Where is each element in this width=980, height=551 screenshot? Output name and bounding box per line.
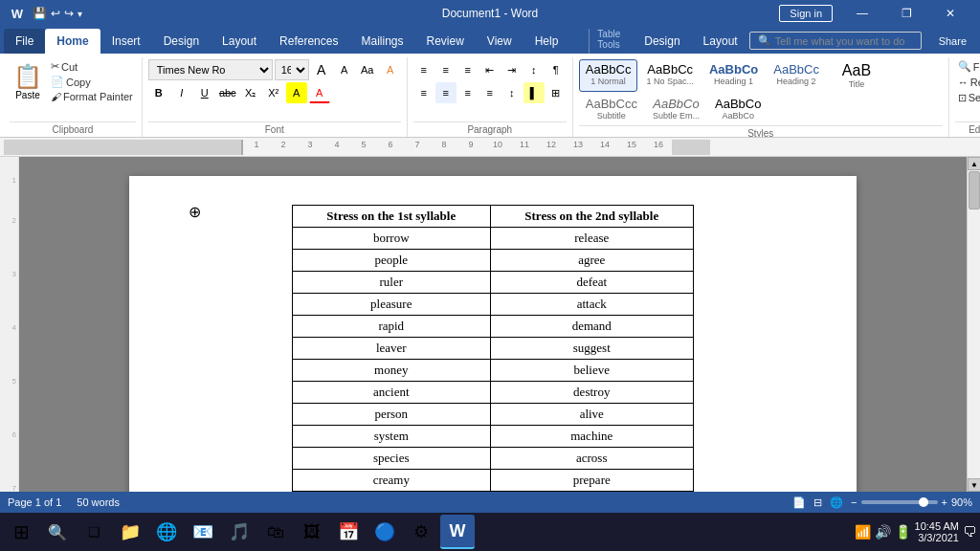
read-mode-icon[interactable]: 📄: [792, 496, 806, 509]
vertical-scrollbar[interactable]: ▲ ▼: [967, 157, 980, 492]
volume-icon[interactable]: 🔊: [875, 524, 891, 540]
strikethrough-button[interactable]: abc: [217, 82, 238, 103]
tab-review[interactable]: Review: [414, 29, 475, 54]
file-explorer-icon[interactable]: 📁: [113, 515, 147, 549]
show-formatting-button[interactable]: ¶: [546, 59, 567, 80]
task-view-button[interactable]: ❑: [77, 515, 111, 549]
multilevel-button[interactable]: ≡: [457, 59, 479, 80]
bullets-button[interactable]: ≡: [413, 59, 434, 80]
replace-button[interactable]: ↔ Replace: [955, 76, 980, 89]
text-effects-button[interactable]: A: [380, 59, 401, 80]
search-button[interactable]: 🔍: [40, 515, 75, 549]
tab-references[interactable]: References: [268, 29, 349, 54]
line-spacing-button[interactable]: ↕: [501, 82, 523, 103]
zoom-control[interactable]: − + 90%: [851, 496, 972, 508]
photos-icon[interactable]: 🖼: [295, 515, 329, 549]
style-normal[interactable]: AaBbCc 1 Normal: [579, 59, 638, 92]
zoom-slider[interactable]: [861, 500, 938, 504]
style-no-spacing[interactable]: AaBbCc 1 No Spac...: [639, 59, 701, 92]
document-area[interactable]: ⊕ Stress on the 1st syllable Stress on t…: [19, 157, 967, 492]
undo-icon[interactable]: ↩: [51, 7, 60, 20]
subscript-button[interactable]: X₂: [240, 82, 261, 103]
minimize-button[interactable]: —: [840, 0, 884, 27]
superscript-button[interactable]: X²: [263, 82, 284, 103]
style-no-spacing-preview: AaBbCc: [647, 62, 693, 77]
font-name-select[interactable]: Times New Ro: [148, 59, 273, 80]
numbering-button[interactable]: ≡: [435, 59, 457, 80]
start-button[interactable]: ⊞: [4, 515, 38, 549]
tab-mailings[interactable]: Mailings: [349, 29, 414, 54]
scroll-thumb[interactable]: [969, 171, 980, 209]
align-left-button[interactable]: ≡: [413, 82, 434, 103]
print-layout-icon[interactable]: ⊟: [813, 496, 822, 509]
shading-button[interactable]: ▌: [523, 82, 545, 103]
align-center-button[interactable]: ≡: [435, 82, 457, 103]
store-icon[interactable]: 🛍: [258, 515, 293, 549]
grow-font-button[interactable]: A: [311, 59, 332, 80]
justify-button[interactable]: ≡: [479, 82, 501, 103]
find-button[interactable]: 🔍 Find ▾: [955, 59, 980, 74]
tab-layout[interactable]: Layout: [211, 29, 268, 54]
calendar-icon[interactable]: 📅: [331, 515, 366, 549]
font-color-button[interactable]: A: [309, 82, 330, 103]
borders-button[interactable]: ⊞: [546, 82, 567, 103]
network-icon[interactable]: 📶: [855, 524, 871, 540]
redo-icon[interactable]: ↪: [64, 7, 74, 20]
mail-icon[interactable]: 📧: [186, 515, 220, 549]
align-right-button[interactable]: ≡: [457, 82, 479, 103]
scroll-up-button[interactable]: ▲: [968, 157, 980, 170]
tab-design[interactable]: Design: [152, 29, 211, 54]
style-title-preview: AaB: [842, 62, 871, 79]
notification-icon[interactable]: 🗨: [963, 524, 976, 540]
tab-table-design[interactable]: Design: [633, 29, 691, 54]
zoom-out-icon[interactable]: −: [851, 496, 857, 508]
sort-button[interactable]: ↕: [523, 59, 545, 80]
change-case-button[interactable]: Aa: [357, 59, 378, 80]
scroll-down-button[interactable]: ▼: [968, 478, 980, 492]
highlight-button[interactable]: A: [286, 82, 307, 103]
format-painter-button[interactable]: 🖌 Format Painter: [48, 90, 136, 103]
save-icon[interactable]: 💾: [33, 7, 47, 20]
style-subtle-emphasis[interactable]: AaBbCo Subtle Em...: [646, 94, 706, 123]
style-heading2[interactable]: AaBbCc Heading 2: [767, 59, 826, 92]
battery-icon[interactable]: 🔋: [895, 524, 911, 540]
zoom-thumb[interactable]: [919, 497, 928, 507]
tab-file[interactable]: File: [4, 29, 45, 54]
word-taskbar-icon[interactable]: W: [440, 515, 475, 549]
media-icon[interactable]: 🎵: [222, 515, 256, 549]
web-layout-icon[interactable]: 🌐: [830, 496, 843, 509]
tell-me-box[interactable]: 🔍 Tell me what you want to do: [749, 32, 922, 50]
tab-table-layout[interactable]: Layout: [692, 29, 749, 54]
tab-home[interactable]: Home: [45, 29, 100, 54]
underline-button[interactable]: U: [194, 82, 215, 103]
cut-button[interactable]: ✂ Cut: [48, 59, 136, 74]
clock[interactable]: 10:45 AM 3/3/2021: [915, 520, 959, 543]
style-title[interactable]: AaB Title: [828, 59, 885, 92]
font-size-select[interactable]: 16: [275, 59, 309, 80]
close-button[interactable]: ✕: [928, 0, 972, 27]
copy-button[interactable]: 📄 Copy: [48, 75, 136, 89]
chrome-icon[interactable]: 🔵: [368, 515, 402, 549]
customize-icon[interactable]: ▾: [78, 9, 82, 19]
scroll-track[interactable]: [968, 170, 980, 478]
settings-icon[interactable]: ⚙: [404, 515, 438, 549]
tab-insert[interactable]: Insert: [100, 29, 152, 54]
style-subtitle[interactable]: AaBbCcc Subtitle: [579, 94, 644, 123]
italic-button[interactable]: I: [171, 82, 192, 103]
paste-button[interactable]: 📋 Paste: [10, 59, 46, 104]
style-extra[interactable]: AaBbCo AaBbCo: [708, 94, 768, 123]
table-move-handle[interactable]: ⊕: [189, 203, 201, 221]
tab-view[interactable]: View: [476, 29, 523, 54]
edge-icon[interactable]: 🌐: [149, 515, 184, 549]
style-heading1[interactable]: AaBbCo Heading 1: [702, 59, 765, 92]
sign-in-button[interactable]: Sign in: [779, 5, 833, 22]
decrease-indent-button[interactable]: ⇤: [479, 59, 501, 80]
zoom-in-icon[interactable]: +: [942, 496, 947, 508]
tab-help[interactable]: Help: [523, 29, 570, 54]
increase-indent-button[interactable]: ⇥: [501, 59, 523, 80]
share-button[interactable]: Share: [929, 33, 976, 50]
select-button[interactable]: ⊡ Select ▾: [955, 91, 980, 105]
bold-button[interactable]: B: [148, 82, 169, 103]
shrink-font-button[interactable]: A: [334, 59, 355, 80]
restore-button[interactable]: ❐: [884, 0, 928, 27]
